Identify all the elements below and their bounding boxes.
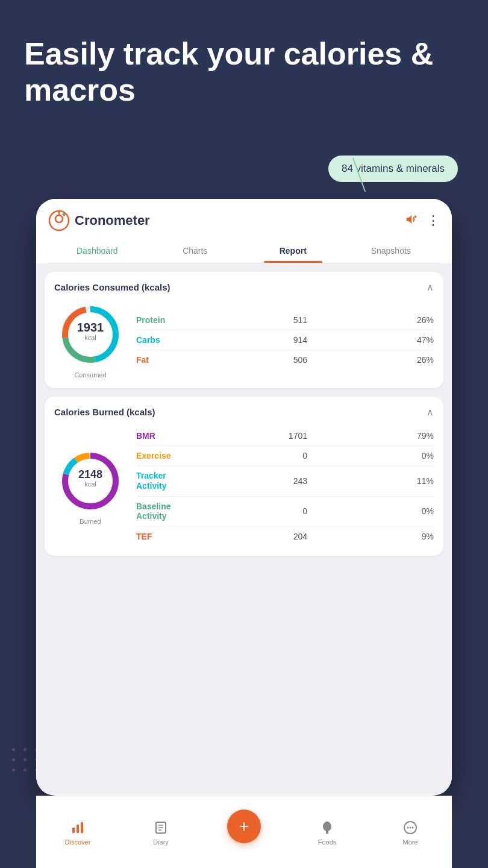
burned-tracker-name: TrackerActivity xyxy=(136,471,178,491)
nav-add[interactable]: + xyxy=(202,810,286,849)
macro-protein-value: 511 xyxy=(283,315,307,325)
burned-row-tracker: TrackerActivity 243 11% xyxy=(136,466,434,497)
burned-tef-pct: 9% xyxy=(412,532,434,541)
macro-protein-pct: 26% xyxy=(412,315,434,325)
more-icon xyxy=(402,819,419,836)
more-label: More xyxy=(402,838,418,846)
burned-bmr-value: 1701 xyxy=(283,431,307,441)
burned-baseline-value: 0 xyxy=(283,506,307,516)
svg-point-4 xyxy=(414,215,417,218)
calories-consumed-title: Calories Consumed (kcals) xyxy=(54,282,170,292)
svg-text:kcal: kcal xyxy=(84,480,96,488)
add-fab-button[interactable]: + xyxy=(227,810,261,843)
svg-point-27 xyxy=(412,826,414,828)
diary-icon xyxy=(152,819,169,836)
bottom-nav: Discover Diary + Foods xyxy=(36,796,452,868)
hero-title: Easily track your calories & macros xyxy=(24,36,464,108)
macro-row-protein: Protein 511 26% xyxy=(136,310,434,330)
app-name: Cronometer xyxy=(75,213,150,228)
burned-donut: 2148 kcal Burned xyxy=(54,448,127,525)
discover-label: Discover xyxy=(65,838,91,846)
macro-carbs-name: Carbs xyxy=(136,335,178,345)
consumed-label: Consumed xyxy=(74,371,106,379)
burned-exercise-pct: 0% xyxy=(412,451,434,461)
burned-row-exercise: Exercise 0 0% xyxy=(136,446,434,466)
calories-burned-title: Calories Burned (kcals) xyxy=(54,407,155,417)
svg-rect-19 xyxy=(81,822,83,833)
svg-point-26 xyxy=(410,826,411,828)
tab-snapshots[interactable]: Snapshots xyxy=(342,240,440,263)
burned-tef-value: 204 xyxy=(283,532,307,541)
burned-baseline-pct: 0% xyxy=(412,506,434,516)
svg-rect-18 xyxy=(77,825,79,833)
burned-bmr-pct: 79% xyxy=(412,431,434,441)
app-content: Calories Consumed (kcals) ∧ xyxy=(36,263,452,794)
tab-charts[interactable]: Charts xyxy=(146,240,245,263)
burned-label: Burned xyxy=(80,518,101,525)
burned-row-baseline: BaselineActivity 0 0% xyxy=(136,497,434,527)
nav-diary[interactable]: Diary xyxy=(119,819,202,846)
app-header: Cronometer ⋮ Dashboard Charts Report xyxy=(36,199,452,263)
svg-point-1 xyxy=(55,215,63,222)
foods-label: Foods xyxy=(318,838,337,846)
svg-text:kcal: kcal xyxy=(84,334,96,341)
diary-label: Diary xyxy=(153,838,169,846)
macro-fat-name: Fat xyxy=(136,355,178,365)
header-icons: ⋮ xyxy=(405,213,440,229)
burned-exercise-name: Exercise xyxy=(136,451,178,461)
burned-row-tef: TEF 204 9% xyxy=(136,527,434,546)
burned-table: BMR 1701 79% Exercise 0 0% TrackerActivi… xyxy=(136,426,434,546)
burned-tracker-value: 243 xyxy=(283,476,307,486)
nav-more[interactable]: More xyxy=(369,819,452,846)
phone-card: Cronometer ⋮ Dashboard Charts Report xyxy=(36,199,452,796)
discover-icon xyxy=(69,819,86,836)
nav-tabs: Dashboard Charts Report Snapshots xyxy=(48,240,440,263)
notification-icon[interactable] xyxy=(405,213,418,229)
svg-text:1931: 1931 xyxy=(77,321,104,334)
burned-exercise-value: 0 xyxy=(283,451,307,461)
svg-point-25 xyxy=(407,826,409,828)
cronometer-logo-icon xyxy=(48,210,70,231)
macro-protein-name: Protein xyxy=(136,315,178,325)
more-menu-icon[interactable]: ⋮ xyxy=(427,213,440,228)
macro-carbs-pct: 47% xyxy=(412,335,434,345)
burned-tracker-pct: 11% xyxy=(412,476,434,486)
svg-text:2148: 2148 xyxy=(78,468,102,480)
burned-row-bmr: BMR 1701 79% xyxy=(136,426,434,446)
app-logo: Cronometer xyxy=(48,210,150,231)
tooltip-bubble: 84 vitamins & minerals xyxy=(328,156,458,182)
calories-consumed-toggle[interactable]: ∧ xyxy=(427,281,434,293)
macro-fat-value: 506 xyxy=(283,355,307,365)
calories-burned-toggle[interactable]: ∧ xyxy=(427,406,434,418)
nav-foods[interactable]: Foods xyxy=(286,819,369,846)
calories-consumed-card: Calories Consumed (kcals) ∧ xyxy=(45,272,443,388)
macro-fat-pct: 26% xyxy=(412,355,434,365)
burned-bmr-name: BMR xyxy=(136,431,178,441)
foods-icon xyxy=(319,819,336,836)
macro-table: Protein 511 26% Carbs 914 47% Fat 506 26… xyxy=(136,310,434,370)
consumed-donut: 1931 kcal Consumed xyxy=(54,301,127,379)
svg-rect-17 xyxy=(72,828,75,833)
calories-burned-card: Calories Burned (kcals) ∧ 2148 kca xyxy=(45,397,443,556)
burned-tef-name: TEF xyxy=(136,532,178,541)
burned-baseline-name: BaselineActivity xyxy=(136,502,178,522)
macro-carbs-value: 914 xyxy=(283,335,307,345)
nav-discover[interactable]: Discover xyxy=(36,819,119,846)
tab-dashboard[interactable]: Dashboard xyxy=(48,240,146,263)
macro-row-carbs: Carbs 914 47% xyxy=(136,330,434,350)
tab-report[interactable]: Report xyxy=(244,240,342,263)
macro-row-fat: Fat 506 26% xyxy=(136,350,434,370)
